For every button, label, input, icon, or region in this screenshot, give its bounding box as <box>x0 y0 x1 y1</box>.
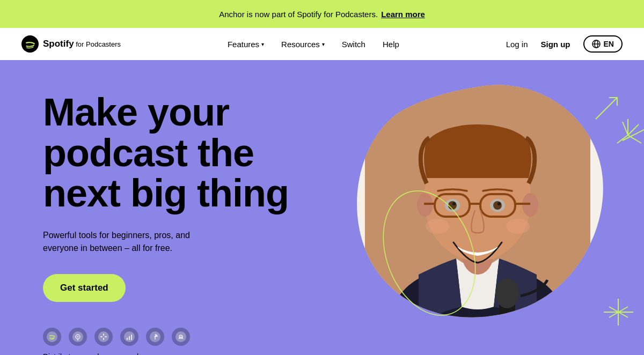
language-selector[interactable]: EN <box>583 35 623 53</box>
login-link[interactable]: Log in <box>506 40 528 49</box>
nav-right: Log in Sign up EN <box>506 35 623 53</box>
logo-text: Spotify for Podcasters <box>43 39 121 49</box>
learn-more-link[interactable]: Learn more <box>381 10 425 19</box>
svg-point-40 <box>497 202 501 205</box>
hero-section: Make your podcast the next big thing Pow… <box>0 60 644 355</box>
nav-item-resources[interactable]: Resources ▾ <box>281 40 325 49</box>
hero-image-area <box>301 60 644 355</box>
svg-point-7 <box>77 336 79 337</box>
platform-icons <box>43 328 301 346</box>
logo[interactable]: Spotify for Podcasters <box>21 35 121 53</box>
chartable-icon <box>120 328 138 346</box>
nav-links: Features ▾ Resources ▾ Switch Help <box>228 40 399 49</box>
banner-text: Anchor is now part of Spotify for Podcas… <box>219 10 378 19</box>
svg-point-4 <box>47 331 57 342</box>
navbar: Spotify for Podcasters Features ▾ Resour… <box>0 28 644 60</box>
svg-line-45 <box>596 98 617 119</box>
hero-content: Make your podcast the next big thing Pow… <box>43 92 301 355</box>
signup-link[interactable]: Sign up <box>541 40 570 49</box>
svg-point-0 <box>21 35 39 53</box>
spotify-icon <box>21 35 39 53</box>
nav-item-help[interactable]: Help <box>383 40 399 49</box>
svg-rect-15 <box>127 338 128 340</box>
svg-rect-13 <box>105 336 107 337</box>
svg-point-38 <box>493 201 502 210</box>
svg-point-44 <box>495 278 519 308</box>
apple-podcasts-icon <box>69 328 87 346</box>
nav-item-switch[interactable]: Switch <box>342 40 365 49</box>
svg-point-37 <box>448 201 457 210</box>
hero-subtitle: Powerful tools for beginners, pros, and … <box>43 229 215 255</box>
svg-point-39 <box>452 202 456 205</box>
spotify-platform-icon <box>43 328 61 346</box>
svg-point-42 <box>506 219 530 234</box>
pocket-casts-icon <box>146 328 164 346</box>
overcast-icon <box>172 328 190 346</box>
svg-point-9 <box>98 331 109 342</box>
svg-line-50 <box>623 122 628 135</box>
svg-point-19 <box>155 336 156 337</box>
svg-rect-17 <box>131 335 132 340</box>
google-podcasts-icon <box>94 328 113 346</box>
chevron-down-icon: ▾ <box>261 41 264 47</box>
svg-rect-10 <box>103 334 104 336</box>
announcement-banner: Anchor is now part of Spotify for Podcas… <box>0 0 644 28</box>
hero-title: Make your podcast the next big thing <box>43 92 301 214</box>
svg-line-48 <box>628 135 641 143</box>
hero-illustration <box>311 60 644 355</box>
svg-rect-16 <box>129 336 130 340</box>
svg-rect-12 <box>100 336 103 337</box>
svg-rect-11 <box>103 338 104 340</box>
distribute-text: Distribute your show everywhere. <box>43 352 301 355</box>
svg-point-41 <box>426 219 449 234</box>
nav-item-features[interactable]: Features ▾ <box>228 40 264 49</box>
get-started-button[interactable]: Get started <box>43 274 126 302</box>
chevron-down-icon: ▾ <box>322 41 325 47</box>
globe-icon <box>592 40 601 48</box>
